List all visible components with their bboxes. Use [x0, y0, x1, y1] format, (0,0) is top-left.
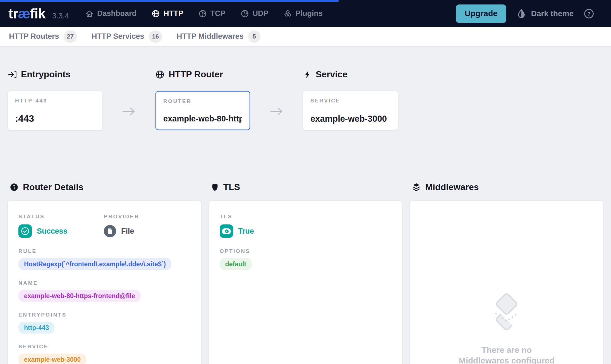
tls-enabled-icon [220, 224, 233, 238]
upgrade-button[interactable]: Upgrade [456, 4, 507, 23]
check-circle-icon [20, 226, 30, 236]
entrypoint-card-label: HTTP-443 [15, 98, 95, 104]
home-icon [85, 9, 94, 18]
middlewares-empty-message: There are no Middlewares configured [459, 345, 554, 364]
provider-label: PROVIDER [104, 214, 139, 220]
options-label: OPTIONS [220, 248, 392, 254]
section-title: Middlewares [425, 182, 479, 192]
version-label: 3.3.4 [52, 12, 69, 20]
help-button[interactable]: ? [584, 8, 594, 19]
traefik-logo[interactable]: træfik 3.3.4 [8, 6, 69, 22]
router-card-label: ROUTER [163, 98, 242, 104]
http-subnav: HTTP Routers 27 HTTP Services 16 HTTP Mi… [0, 27, 611, 46]
router-details-header: Router Details [8, 182, 201, 192]
brand-wordmark: træfik [8, 6, 45, 22]
status-provider-row: STATUS Success PROVIDER [18, 214, 190, 238]
service-card-value: example-web-3000 [310, 114, 390, 124]
tls-block: TLS True [220, 214, 392, 238]
login-arrow-icon [8, 70, 17, 79]
entrypoints-field: ENTRYPOINTS http-443 [18, 312, 190, 334]
tab-label: HTTP Services [92, 32, 144, 41]
layers-icon [412, 183, 421, 192]
provider-value: File [121, 227, 134, 236]
rule-chip: HostRegexp(`^frontend\.example\.ddev\.si… [18, 258, 171, 270]
service-header: Service [303, 69, 398, 80]
name-label: NAME [18, 280, 190, 286]
nav-item-http[interactable]: HTTP [152, 9, 183, 18]
globe-icon [155, 70, 164, 79]
nav-label: Dashboard [97, 9, 136, 18]
options-field: OPTIONS default [220, 248, 392, 270]
entrypoint-chip: http-443 [18, 322, 54, 334]
tls-label: TLS [220, 214, 392, 220]
status-value: Success [37, 227, 68, 236]
nav-label: Plugins [296, 9, 323, 18]
status-success-icon [18, 224, 32, 238]
entrypoints-label: ENTRYPOINTS [18, 312, 190, 318]
sphere-icon [198, 9, 207, 18]
tls-value: True [238, 227, 254, 236]
tab-count-badge: 16 [149, 30, 162, 43]
theme-label: Dark theme [531, 9, 574, 18]
svg-text:?: ? [587, 11, 591, 17]
nav-label: HTTP [164, 9, 183, 18]
nav-item-plugins[interactable]: Plugins [284, 9, 323, 18]
arrow-right-icon [270, 106, 283, 116]
router-card[interactable]: ROUTER example-web-80-https… [155, 91, 250, 130]
details-section: Router Details TLS Middlewares STATUS [8, 182, 603, 364]
service-column: Service SERVICE example-web-3000 [303, 69, 398, 130]
top-navbar: træfik 3.3.4 Dashboard HTTP TCP UDP [0, 0, 611, 27]
name-chip: example-web-80-https-frontend@file [18, 290, 141, 302]
options-chip: default [220, 258, 252, 270]
nav-item-udp[interactable]: UDP [241, 9, 269, 18]
router-card-value: example-web-80-https… [163, 114, 242, 123]
tab-http-services[interactable]: HTTP Services 16 [92, 30, 162, 43]
tls-card: TLS True OPTIONS default [209, 201, 402, 364]
http-router-header: HTTP Router [155, 69, 250, 80]
pipeline-arrow-1 [102, 69, 155, 116]
tab-count-badge: 5 [248, 30, 260, 43]
section-title: Service [316, 69, 348, 80]
empty-line-1: There are no [459, 345, 554, 355]
entrypoints-column: Entrypoints HTTP-443 :443 [8, 69, 102, 130]
tab-count-badge: 27 [64, 30, 77, 43]
nav-label: TCP [210, 9, 226, 18]
toggle-on-icon [222, 228, 231, 234]
entrypoints-header: Entrypoints [8, 69, 102, 80]
middlewares-header: Middlewares [410, 182, 603, 192]
nav-item-dashboard[interactable]: Dashboard [85, 9, 136, 18]
service-card-label: SERVICE [310, 98, 390, 104]
status-label: STATUS [18, 214, 104, 220]
empty-layers-illustration [487, 293, 526, 332]
nav-item-tcp[interactable]: TCP [198, 9, 226, 18]
section-title: Entrypoints [21, 69, 71, 80]
bolt-icon [303, 70, 312, 79]
tab-http-routers[interactable]: HTTP Routers 27 [9, 30, 77, 43]
main-nav: Dashboard HTTP TCP UDP Plu [85, 9, 323, 18]
empty-line-2: Middlewares configured [459, 355, 554, 364]
contrast-droplet-icon [516, 9, 526, 19]
dark-theme-toggle[interactable]: Dark theme [516, 9, 574, 19]
tab-label: HTTP Routers [9, 32, 59, 41]
rule-field: RULE HostRegexp(`^frontend\.example\.dde… [18, 248, 190, 270]
shield-icon [211, 183, 219, 192]
routing-pipeline: Entrypoints HTTP-443 :443 HTTP Router RO… [8, 69, 603, 130]
cubes-icon [284, 9, 292, 18]
tab-http-middlewares[interactable]: HTTP Middlewares 5 [177, 30, 260, 43]
globe-icon [152, 9, 160, 18]
info-icon [9, 183, 19, 192]
section-title: TLS [223, 182, 240, 192]
rule-label: RULE [18, 248, 190, 254]
tab-label: HTTP Middlewares [177, 32, 244, 41]
tls-header: TLS [209, 182, 402, 192]
service-card[interactable]: SERVICE example-web-3000 [303, 91, 398, 130]
service-label: SERVICE [18, 344, 190, 350]
status-block: STATUS Success [18, 214, 104, 238]
section-title: Router Details [23, 182, 83, 192]
entrypoint-card-value: :443 [15, 113, 95, 124]
router-column: HTTP Router ROUTER example-web-80-https… [155, 69, 250, 130]
provider-file-icon [104, 225, 116, 237]
pipeline-arrow-2 [250, 69, 303, 116]
navbar-right: Upgrade Dark theme ? [456, 4, 594, 23]
router-details-card: STATUS Success PROVIDER [8, 201, 201, 364]
